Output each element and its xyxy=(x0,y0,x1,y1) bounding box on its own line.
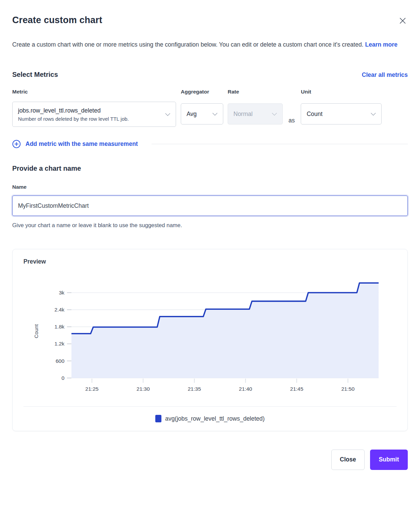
svg-text:3k: 3k xyxy=(59,290,65,296)
preview-chart: 06001.2k1.8k2.4k3k21:2521:3021:3521:4021… xyxy=(23,277,397,395)
unit-field: Unit Count xyxy=(301,89,382,124)
rate-select: Normal xyxy=(228,103,283,124)
rate-select-value: Normal xyxy=(233,111,252,118)
dialog-footer: Close Submit xyxy=(12,450,408,470)
aggregator-select[interactable]: Avg xyxy=(181,103,223,124)
plus-circle-icon xyxy=(12,140,21,148)
svg-text:0: 0 xyxy=(62,375,65,381)
unit-label: Unit xyxy=(301,89,382,96)
metric-label: Metric xyxy=(12,89,176,96)
svg-text:2.4k: 2.4k xyxy=(54,307,65,313)
metric-field: Metric jobs.row_level_ttl.rows_deleted N… xyxy=(12,89,176,127)
svg-text:21:30: 21:30 xyxy=(137,386,150,392)
clear-all-metrics-link[interactable]: Clear all metrics xyxy=(362,71,408,79)
description-text: Create a custom chart with one or more m… xyxy=(12,41,363,48)
metric-select[interactable]: jobs.row_level_ttl.rows_deleted Number o… xyxy=(12,102,176,127)
aggregator-select-value: Avg xyxy=(187,111,197,118)
x-icon xyxy=(399,17,406,24)
close-button[interactable]: Close xyxy=(331,450,365,470)
rate-label: Rate xyxy=(228,89,283,96)
svg-text:Count: Count xyxy=(33,324,39,338)
name-helper-text: Give your chart a name or leave it blank… xyxy=(12,222,408,229)
chart-name-heading: Provide a chart name xyxy=(12,165,408,172)
add-metric-row: Add metric with the same measurement xyxy=(12,140,408,148)
svg-text:21:50: 21:50 xyxy=(341,386,354,392)
chevron-down-icon xyxy=(165,111,171,116)
rate-field: Rate Normal xyxy=(223,89,283,124)
chevron-down-icon xyxy=(371,111,376,116)
chart-legend: avg(jobs_row_level_ttl_rows_deleted) xyxy=(23,406,397,431)
legend-label: avg(jobs_row_level_ttl_rows_deleted) xyxy=(165,415,265,422)
svg-text:600: 600 xyxy=(56,358,65,364)
name-label: Name xyxy=(12,184,408,190)
metric-select-description: Number of rows deleted by the row level … xyxy=(18,115,129,122)
page-title: Create custom chart xyxy=(12,15,102,26)
metric-select-value: jobs.row_level_ttl.rows_deleted xyxy=(18,106,101,115)
add-metric-label: Add metric with the same measurement xyxy=(25,140,138,148)
select-metrics-header: Select Metrics Clear all metrics xyxy=(12,71,408,79)
submit-button[interactable]: Submit xyxy=(370,450,408,470)
learn-more-link[interactable]: Learn more xyxy=(365,41,397,48)
unit-select-value: Count xyxy=(307,111,322,118)
svg-text:21:25: 21:25 xyxy=(85,386,99,392)
close-icon[interactable] xyxy=(398,16,408,26)
chevron-down-icon xyxy=(272,111,277,116)
dialog-description: Create a custom chart with one or more m… xyxy=(12,38,403,51)
chart-name-input[interactable] xyxy=(12,196,408,216)
chevron-down-icon xyxy=(212,111,218,116)
divider xyxy=(152,144,408,144)
unit-select[interactable]: Count xyxy=(301,103,382,124)
svg-text:21:40: 21:40 xyxy=(239,386,252,392)
as-label: as xyxy=(288,117,295,124)
add-metric-link[interactable]: Add metric with the same measurement xyxy=(12,140,138,148)
create-custom-chart-dialog: Create custom chart Create a custom char… xyxy=(12,15,408,470)
preview-card: Preview 06001.2k1.8k2.4k3k21:2521:3021:3… xyxy=(12,249,408,431)
aggregator-field: Aggregator Avg xyxy=(176,89,223,124)
select-metrics-heading: Select Metrics xyxy=(12,71,58,79)
svg-text:21:45: 21:45 xyxy=(290,386,303,392)
aggregator-label: Aggregator xyxy=(181,89,223,96)
metric-config-row: Metric jobs.row_level_ttl.rows_deleted N… xyxy=(12,89,408,127)
legend-swatch xyxy=(155,415,161,422)
svg-text:1.8k: 1.8k xyxy=(54,324,65,330)
preview-heading: Preview xyxy=(23,258,397,265)
chart-area: 06001.2k1.8k2.4k3k21:2521:3021:3521:4021… xyxy=(23,277,397,395)
svg-text:1.2k: 1.2k xyxy=(54,341,65,347)
dialog-header: Create custom chart xyxy=(12,15,408,26)
svg-text:21:35: 21:35 xyxy=(188,386,201,392)
